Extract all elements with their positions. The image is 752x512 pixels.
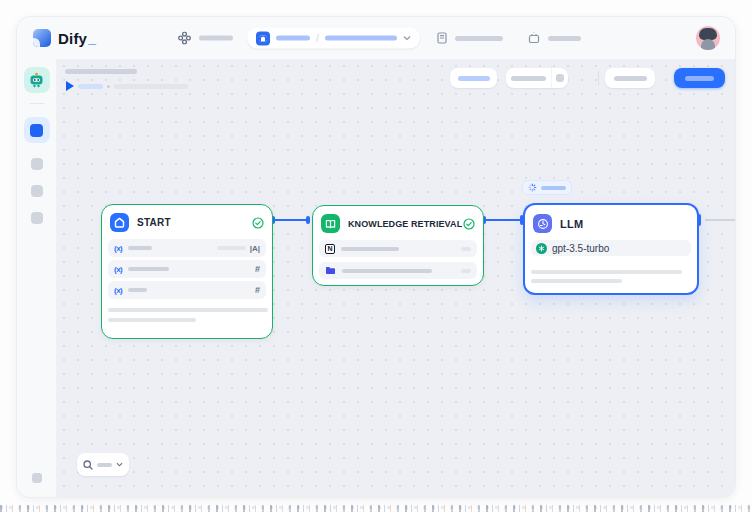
play-icon — [66, 81, 74, 91]
variable-icon: (x) — [114, 265, 122, 274]
sidebar-item-3[interactable] — [31, 212, 43, 224]
features-label-skeleton — [458, 76, 490, 81]
start-variables: (x) |A| (x) # — [102, 239, 272, 299]
variable-row: (x) # — [108, 260, 266, 278]
dataset-meta-skeleton — [461, 269, 471, 273]
success-check-icon — [252, 217, 264, 229]
docs-label-skeleton — [455, 36, 503, 41]
app-name-skeleton — [276, 36, 310, 41]
dataset-name-skeleton — [342, 269, 432, 273]
nav-label-skeleton — [199, 36, 233, 41]
variable-value-skeleton — [217, 246, 246, 250]
features-button[interactable] — [450, 68, 497, 88]
node-knowledge-header: KNOWLEDGE RETRIEVAL — [313, 206, 483, 240]
node-llm-header: LLM — [525, 205, 697, 240]
run-app-split-button[interactable] — [506, 68, 568, 88]
node-title: START — [137, 217, 171, 228]
start-node-icon — [110, 213, 129, 232]
workflow-title-skeleton — [65, 69, 137, 74]
variable-icon: (x) — [114, 286, 122, 295]
node-title: LLM — [560, 218, 583, 230]
plugins-label-skeleton — [548, 36, 581, 41]
logo-mark-icon — [33, 29, 51, 47]
dataset-name-skeleton — [341, 247, 399, 251]
zoom-value-skeleton — [97, 463, 112, 467]
edge-knowledge-to-llm — [486, 219, 521, 221]
knowledge-datasets: N — [313, 240, 483, 279]
sidebar-item-workflow-active[interactable] — [24, 117, 50, 143]
run-label-skeleton — [511, 76, 546, 81]
menu-icon — [556, 74, 564, 82]
page: Dify _ / — [0, 0, 752, 512]
nav-docs[interactable] — [437, 32, 503, 44]
teal-robot-icon — [28, 72, 45, 88]
avatar — [696, 26, 720, 50]
dataset-row: N — [319, 240, 477, 257]
node-desc-skeleton — [531, 270, 682, 274]
node-desc-skeleton — [108, 318, 196, 322]
canvas-toolbar — [450, 68, 725, 88]
nav-explore[interactable] — [178, 32, 233, 45]
logo-cursor: _ — [88, 30, 96, 46]
node-desc-skeleton — [108, 308, 268, 312]
chevron-down-icon — [116, 462, 123, 467]
sidebar — [17, 59, 57, 497]
variable-type: |A| — [217, 244, 260, 253]
account-menu[interactable] — [696, 26, 720, 50]
dataset-meta-skeleton — [461, 247, 471, 251]
handle-knowledge-in[interactable] — [306, 216, 310, 224]
run-label-skeleton — [78, 84, 103, 89]
llm-running-badge — [522, 180, 572, 195]
edge-llm-to-offscreen — [705, 219, 736, 221]
notion-icon: N — [325, 244, 335, 254]
node-llm[interactable]: LLM gpt-3.5-turbo — [523, 203, 699, 295]
sidebar-item-bottom[interactable] — [32, 473, 42, 483]
sidebar-item-1[interactable] — [31, 158, 43, 170]
zoom-control[interactable] — [77, 453, 129, 476]
type-label: # — [255, 264, 260, 274]
variable-icon: (x) — [114, 244, 122, 253]
variable-name-skeleton — [128, 267, 169, 271]
type-label: |A| — [250, 244, 260, 253]
workflow-canvas[interactable]: START (x) |A| — [57, 59, 735, 497]
dataset-row — [319, 262, 477, 279]
app-switcher[interactable]: / — [247, 28, 420, 49]
workflow-name-skeleton — [325, 36, 397, 41]
bottom-noise-artifact — [0, 505, 752, 512]
top-bar: Dify _ / — [17, 17, 735, 59]
knowledge-node-icon — [321, 214, 340, 233]
variable-name-skeleton — [128, 288, 147, 292]
llm-node-icon — [533, 214, 552, 233]
success-check-icon — [463, 218, 475, 230]
preview-label-skeleton — [614, 76, 647, 81]
logo[interactable]: Dify _ — [33, 29, 96, 47]
edge-start-to-knowledge — [275, 219, 308, 221]
badge-label-skeleton — [541, 186, 566, 190]
docs-icon — [437, 32, 447, 44]
run-app-label-segment[interactable] — [506, 68, 552, 88]
publish-label-skeleton — [685, 76, 714, 81]
node-start-header: START — [102, 205, 272, 239]
last-run-row[interactable] — [66, 81, 188, 91]
sidebar-app-icon[interactable] — [24, 67, 50, 93]
node-start[interactable]: START (x) |A| — [101, 204, 273, 339]
app-robot-icon — [256, 31, 270, 45]
node-knowledge-retrieval[interactable]: KNOWLEDGE RETRIEVAL N — [312, 205, 484, 286]
active-item-icon — [30, 124, 43, 137]
run-app-menu-segment[interactable] — [552, 68, 568, 88]
plugins-icon — [528, 32, 540, 44]
node-desc-skeleton — [531, 279, 622, 283]
variable-name-skeleton — [128, 246, 152, 250]
llm-model-name: gpt-3.5-turbo — [552, 243, 609, 254]
sidebar-item-2[interactable] — [31, 185, 43, 197]
run-meta-skeleton — [114, 84, 188, 89]
publish-button[interactable] — [674, 68, 725, 88]
variable-row: (x) |A| — [108, 239, 266, 257]
preview-button[interactable] — [605, 68, 655, 88]
app-window: Dify _ / — [16, 16, 736, 498]
logo-text: Dify — [58, 30, 87, 47]
folder-icon — [325, 266, 336, 275]
llm-model-row[interactable]: gpt-3.5-turbo — [531, 240, 691, 256]
nav-plugins[interactable] — [528, 32, 581, 44]
spinner-icon — [528, 183, 537, 192]
